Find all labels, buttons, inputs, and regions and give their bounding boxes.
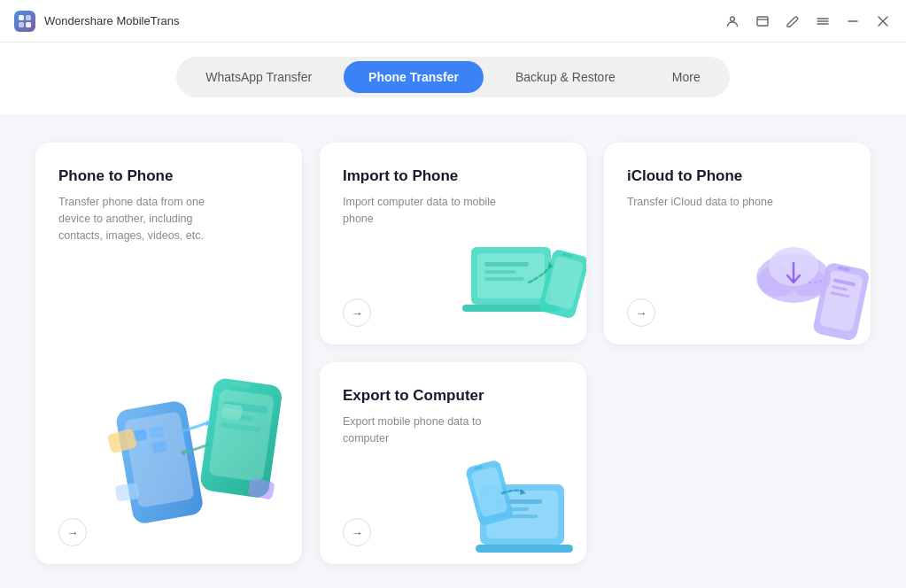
import-arrow[interactable]: → [343, 298, 371, 327]
icloud-arrow[interactable]: → [627, 298, 655, 327]
card-export-to-computer[interactable]: Export to Computer Export mobile phone d… [320, 362, 586, 564]
svg-rect-31 [477, 253, 545, 298]
title-bar: Wondershare MobileTrans [0, 0, 906, 43]
export-illustration [462, 440, 577, 555]
svg-rect-51 [476, 545, 573, 553]
icloud-desc: Transfer iCloud data to phone [627, 194, 804, 211]
tab-more[interactable]: More [647, 61, 725, 93]
tab-backup[interactable]: Backup & Restore [491, 61, 640, 93]
minimize-icon[interactable] [844, 12, 862, 30]
window-icon[interactable] [754, 12, 771, 30]
icloud-title: iCloud to Phone [627, 167, 848, 185]
export-title: Export to Computer [343, 387, 563, 405]
edit-icon[interactable] [784, 12, 801, 30]
svg-rect-28 [221, 404, 243, 421]
svg-rect-2 [19, 22, 24, 27]
tab-phone[interactable]: Phone Transfer [344, 61, 484, 93]
title-bar-controls [724, 12, 892, 30]
svg-rect-35 [484, 277, 524, 281]
phone-to-phone-title: Phone to Phone [58, 167, 279, 185]
app-icon [14, 11, 35, 32]
title-bar-left: Wondershare MobileTrans [14, 11, 179, 32]
import-illustration [462, 220, 577, 336]
svg-rect-5 [757, 17, 768, 26]
import-title: Import to Phone [343, 167, 563, 185]
nav-area: WhatsApp Transfer Phone Transfer Backup … [0, 43, 906, 116]
card-import-to-phone[interactable]: Import to Phone Import computer data to … [320, 143, 586, 344]
card-icloud-to-phone[interactable]: iCloud to Phone Transfer iCloud data to … [604, 143, 871, 344]
menu-icon[interactable] [814, 12, 832, 30]
export-arrow[interactable]: → [343, 518, 371, 546]
svg-rect-0 [19, 15, 24, 20]
app-title: Wondershare MobileTrans [44, 14, 179, 27]
svg-rect-29 [115, 483, 139, 501]
card-phone-to-phone[interactable]: Phone to Phone Transfer phone data from … [35, 143, 302, 564]
svg-rect-33 [484, 262, 529, 267]
phone-to-phone-desc: Transfer phone data from one device to a… [58, 194, 236, 244]
icloud-illustration [747, 220, 862, 336]
svg-point-4 [731, 17, 735, 21]
phone-to-phone-illustration [98, 343, 293, 538]
close-icon[interactable] [874, 12, 892, 30]
nav-tabs: WhatsApp Transfer Phone Transfer Backup … [176, 57, 730, 97]
main-content: Phone to Phone Transfer phone data from … [0, 116, 906, 588]
tab-whatsapp[interactable]: WhatsApp Transfer [181, 61, 337, 93]
svg-rect-34 [484, 270, 515, 274]
svg-rect-3 [26, 22, 31, 27]
user-icon[interactable] [724, 12, 741, 30]
svg-rect-1 [26, 15, 31, 20]
phone-to-phone-arrow[interactable]: → [58, 518, 87, 546]
